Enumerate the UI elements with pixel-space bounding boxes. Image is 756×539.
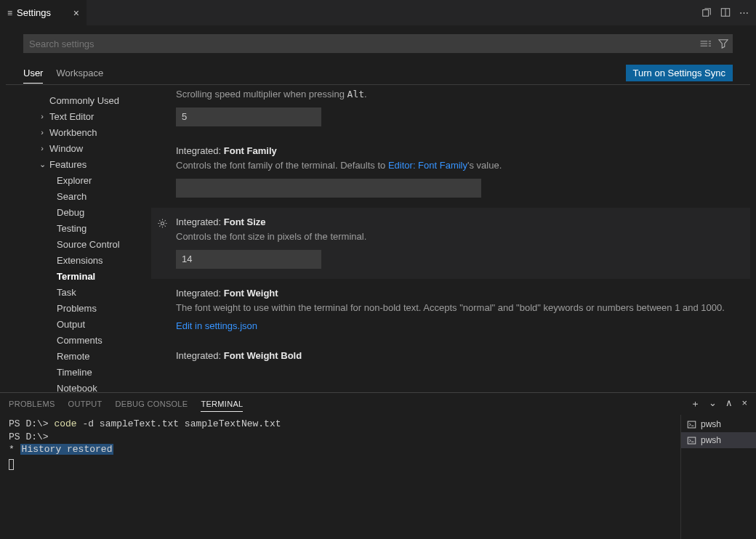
link-editor-font-family[interactable]: Editor: Font Family — [388, 160, 467, 171]
toc-features[interactable]: ⌄Features — [6, 156, 151, 172]
panel-body: PS D:\> code -d sampleText.txt sampleTex… — [0, 415, 756, 539]
toc-task[interactable]: Task — [6, 284, 151, 300]
toc-output[interactable]: Output — [6, 316, 151, 332]
chevron-right-icon: › — [38, 112, 47, 121]
svg-rect-0 — [703, 10, 709, 17]
tab-title: Settings — [17, 7, 51, 18]
toc-explorer[interactable]: Explorer — [6, 172, 151, 188]
toc-commonly-used[interactable]: Commonly Used — [6, 92, 151, 108]
setting-input-alt-scroll[interactable] — [176, 108, 321, 126]
setting-desc: Controls the font size in pixels of the … — [176, 230, 736, 244]
terminal-icon — [687, 420, 696, 429]
toc-remote[interactable]: Remote — [6, 348, 151, 364]
settings-body: Commonly Used ›Text Editor ›Workbench ›W… — [6, 85, 750, 392]
panel-actions: ＋ ⌄ ∧ × — [691, 397, 747, 410]
scope-user-tab[interactable]: User — [23, 63, 43, 84]
settings-search-input[interactable] — [29, 38, 693, 49]
new-terminal-icon[interactable]: ＋ — [691, 397, 700, 410]
chevron-right-icon: › — [38, 144, 47, 153]
terminal-line: * History restored — [9, 443, 672, 456]
setting-font-size: Integrated: Font Size Controls the font … — [151, 208, 750, 279]
terminal-icon — [687, 436, 696, 445]
split-editor-icon[interactable] — [720, 7, 731, 18]
panel-tab-problems[interactable]: PROBLEMS — [9, 400, 55, 408]
maximize-panel-icon[interactable]: ∧ — [725, 397, 733, 410]
edit-in-settings-json-link[interactable]: Edit in settings.json — [176, 320, 736, 331]
settings-search-row — [6, 34, 750, 62]
settings-list[interactable]: Scrolling speed multiplier when pressing… — [151, 85, 750, 392]
toc-extensions[interactable]: Extensions — [6, 252, 151, 268]
setting-font-weight: Integrated: Font Weight The font weight … — [151, 279, 750, 342]
setting-font-weight-bold: Integrated: Font Weight Bold — [151, 341, 750, 361]
setting-title: Integrated: Font Weight Bold — [176, 350, 736, 361]
terminal-cursor-line — [9, 456, 672, 474]
settings-icon: ≡ — [7, 8, 12, 18]
cursor-icon — [9, 459, 14, 470]
toc-workbench[interactable]: ›Workbench — [6, 124, 151, 140]
toc-window[interactable]: ›Window — [6, 140, 151, 156]
toc-comments[interactable]: Comments — [6, 332, 151, 348]
toc-timeline[interactable]: Timeline — [6, 364, 151, 380]
terminal-pwsh-2[interactable]: pwsh — [681, 432, 756, 448]
close-icon[interactable]: × — [73, 7, 79, 19]
setting-desc: The font weight to use within the termin… — [176, 301, 736, 315]
panel-tabs: PROBLEMS OUTPUT DEBUG CONSOLE TERMINAL ＋… — [0, 393, 756, 415]
toc-testing[interactable]: Testing — [6, 220, 151, 236]
terminal-pwsh-1[interactable]: pwsh — [681, 416, 756, 432]
bottom-panel: PROBLEMS OUTPUT DEBUG CONSOLE TERMINAL ＋… — [0, 392, 756, 539]
search-right-icons — [699, 38, 728, 49]
settings-search-box[interactable] — [23, 34, 733, 53]
tab-settings[interactable]: ≡ Settings × — [0, 0, 87, 25]
more-actions-icon[interactable]: ⋯ — [739, 7, 749, 18]
setting-title: Integrated: Font Family — [176, 145, 736, 156]
terminal-line: PS D:\> code -d sampleText.txt sampleTex… — [9, 418, 672, 431]
settings-sync-button[interactable]: Turn on Settings Sync — [626, 65, 733, 81]
setting-title: Integrated: Font Size — [176, 216, 736, 227]
tabs: ≡ Settings × — [0, 0, 87, 25]
settings-scope-row: User Workspace Turn on Settings Sync — [6, 62, 750, 85]
svg-rect-10 — [688, 421, 696, 428]
filter-icon[interactable] — [718, 38, 728, 49]
toc-notebook[interactable]: Notebook — [6, 380, 151, 392]
scope-workspace-tab[interactable]: Workspace — [56, 63, 103, 83]
setting-input-font-size[interactable] — [176, 250, 321, 269]
setting-input-font-family[interactable] — [176, 179, 481, 198]
setting-desc: Scrolling speed multiplier when pressing… — [176, 88, 736, 102]
terminal-sidebar: pwsh pwsh — [680, 415, 756, 539]
close-panel-icon[interactable]: × — [741, 397, 747, 410]
settings-editor: User Workspace Turn on Settings Sync Com… — [0, 25, 756, 392]
settings-toc[interactable]: Commonly Used ›Text Editor ›Workbench ›W… — [6, 85, 151, 392]
setting-font-family: Integrated: Font Family Controls the fon… — [151, 137, 750, 208]
terminal-line: PS D:\> — [9, 431, 672, 444]
editor-tabbar: ≡ Settings × ⋯ — [0, 0, 756, 25]
setting-desc: Controls the font family of the terminal… — [176, 159, 736, 173]
terminal-dropdown-icon[interactable]: ⌄ — [709, 397, 717, 410]
svg-rect-11 — [688, 437, 696, 444]
setting-title: Integrated: Font Weight — [176, 288, 736, 299]
setting-alt-scroll-multiplier: Scrolling speed multiplier when pressing… — [151, 88, 750, 137]
toc-text-editor[interactable]: ›Text Editor — [6, 108, 151, 124]
toc-search[interactable]: Search — [6, 188, 151, 204]
toc-terminal[interactable]: Terminal — [6, 268, 151, 284]
toc-source-control[interactable]: Source Control — [6, 236, 151, 252]
toc-debug[interactable]: Debug — [6, 204, 151, 220]
terminal-view[interactable]: PS D:\> code -d sampleText.txt sampleTex… — [0, 415, 680, 539]
chevron-down-icon: ⌄ — [38, 160, 47, 169]
svg-point-9 — [161, 222, 164, 224]
open-settings-json-icon[interactable] — [701, 7, 712, 18]
chevron-right-icon: › — [38, 128, 47, 137]
panel-tab-terminal[interactable]: TERMINAL — [201, 400, 243, 412]
tabbar-actions: ⋯ — [701, 7, 756, 18]
panel-tab-output[interactable]: OUTPUT — [68, 400, 102, 408]
gear-icon[interactable] — [157, 218, 168, 229]
toc-problems[interactable]: Problems — [6, 300, 151, 316]
clear-search-icon[interactable] — [699, 38, 711, 49]
panel-tab-debug-console[interactable]: DEBUG CONSOLE — [116, 400, 188, 408]
